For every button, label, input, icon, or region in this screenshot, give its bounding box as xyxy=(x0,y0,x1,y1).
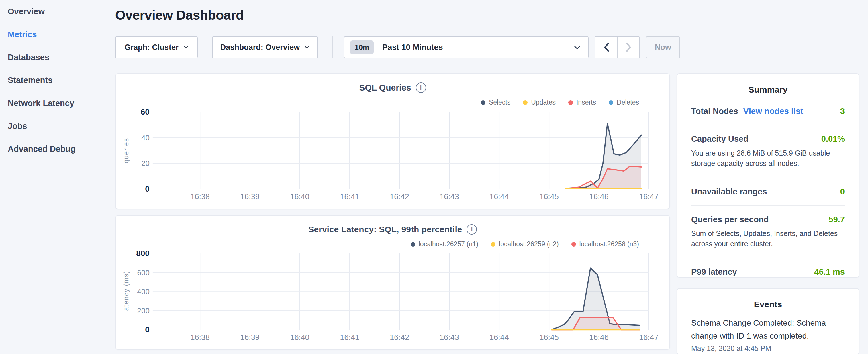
sidebar-item-overview[interactable]: Overview xyxy=(0,0,115,23)
svg-text:16:39: 16:39 xyxy=(240,192,259,201)
summary-row-label: Capacity Used xyxy=(691,134,748,144)
legend-dot-icon xyxy=(571,242,576,247)
time-range-badge: 10m xyxy=(350,40,374,55)
chevron-left-icon xyxy=(603,42,610,52)
svg-text:0: 0 xyxy=(145,325,150,334)
svg-text:16:43: 16:43 xyxy=(440,192,459,201)
svg-text:600: 600 xyxy=(137,269,150,277)
legend-dot-icon xyxy=(481,100,486,105)
summary-row-total-nodes: Total Nodes View nodes list 3 xyxy=(691,95,845,125)
svg-text:16:38: 16:38 xyxy=(190,333,210,342)
sidebar-item-network-latency[interactable]: Network Latency xyxy=(0,92,115,115)
legend-dot-icon xyxy=(523,100,528,105)
svg-text:16:44: 16:44 xyxy=(490,333,509,342)
page-title: Overview Dashboard xyxy=(115,7,860,23)
sidebar-item-databases[interactable]: Databases xyxy=(0,46,115,69)
svg-text:16:44: 16:44 xyxy=(490,192,509,201)
time-range-dropdown[interactable]: 10m Past 10 Minutes xyxy=(344,36,589,58)
svg-text:16:42: 16:42 xyxy=(390,192,409,201)
chart-title-text: SQL Queries xyxy=(359,83,411,93)
summary-row-label: Queries per second xyxy=(691,215,769,224)
summary-row-value: 0 xyxy=(840,187,845,196)
sidebar-item-metrics[interactable]: Metrics xyxy=(0,23,115,46)
legend-label: Deletes xyxy=(617,99,639,106)
svg-text:16:42: 16:42 xyxy=(390,333,409,342)
summary-row-queries-per-second: Queries per second 59.7 Sum of Selects, … xyxy=(691,206,845,259)
svg-text:800: 800 xyxy=(136,249,150,258)
legend-dot-icon xyxy=(411,242,415,247)
svg-text:16:43: 16:43 xyxy=(440,333,459,342)
legend-label: Updates xyxy=(531,99,556,106)
summary-row-unavailable-ranges: Unavailable ranges 0 xyxy=(691,178,845,206)
legend-item[interactable]: Deletes xyxy=(609,99,639,106)
graph-scope-label: Graph: Cluster xyxy=(124,43,179,52)
svg-text:400: 400 xyxy=(137,288,150,296)
legend-label: localhost:26259 (n2) xyxy=(499,240,559,248)
chart-title: SQL Queries i xyxy=(116,83,670,93)
summary-row-value: 46.1 ms xyxy=(814,267,845,277)
prev-time-button[interactable] xyxy=(595,37,617,58)
summary-row-label: P99 latency xyxy=(691,267,737,277)
chart-plot: 16:3816:3916:4016:4116:4216:4316:4416:45… xyxy=(116,74,670,208)
events-title: Events xyxy=(691,289,845,309)
svg-text:16:47: 16:47 xyxy=(639,333,658,342)
service-latency-chart-card: Service Latency: SQL, 99th percentile i … xyxy=(115,215,670,350)
legend-item[interactable]: localhost:26259 (n2) xyxy=(491,240,559,248)
legend-label: localhost:26257 (n1) xyxy=(419,240,478,248)
time-range-label: Past 10 Minutes xyxy=(382,43,443,52)
sidebar-item-jobs[interactable]: Jobs xyxy=(0,115,115,137)
sidebar-item-statements[interactable]: Statements xyxy=(0,69,115,92)
summary-title: Summary xyxy=(691,74,845,95)
event-item-timestamp: May 13, 2020 at 4:45 PM xyxy=(691,344,845,353)
now-button[interactable]: Now xyxy=(646,36,680,58)
summary-row-label: Total Nodes xyxy=(691,106,738,116)
chevron-right-icon xyxy=(626,42,632,52)
legend-dot-icon xyxy=(609,100,613,105)
content-row: SQL Queries i SelectsUpdatesInsertsDelet… xyxy=(115,73,860,354)
legend-item[interactable]: localhost:26258 (n3) xyxy=(571,240,639,248)
summary-row-subtext: You are using 28.6 MiB of 515.9 GiB usab… xyxy=(691,148,845,169)
svg-text:latency (ms): latency (ms) xyxy=(122,271,130,313)
svg-text:16:41: 16:41 xyxy=(340,333,359,342)
event-item-text: Schema Change Completed: Schema change w… xyxy=(691,317,845,343)
dashboard-controls: Graph: Cluster Dashboard: Overview 10m P… xyxy=(115,36,860,58)
legend-item[interactable]: localhost:26257 (n1) xyxy=(411,240,478,248)
legend-item[interactable]: Selects xyxy=(481,99,510,106)
legend-label: localhost:26258 (n3) xyxy=(580,240,639,248)
time-step-buttons xyxy=(595,36,640,58)
dashboard-label: Dashboard: Overview xyxy=(220,43,300,52)
svg-text:queries: queries xyxy=(122,138,130,163)
graph-scope-dropdown[interactable]: Graph: Cluster xyxy=(115,36,198,58)
summary-row-label: Unavailable ranges xyxy=(691,187,767,196)
chevron-down-icon xyxy=(304,45,309,49)
info-icon[interactable]: i xyxy=(467,224,477,234)
svg-text:16:46: 16:46 xyxy=(589,192,608,201)
svg-text:16:47: 16:47 xyxy=(639,192,658,201)
legend-item[interactable]: Updates xyxy=(523,99,556,106)
svg-text:16:45: 16:45 xyxy=(539,333,559,342)
summary-row-value: 59.7 xyxy=(829,215,845,224)
next-time-button[interactable] xyxy=(617,37,639,58)
main-content: Overview Dashboard Graph: Cluster Dashbo… xyxy=(115,0,868,354)
svg-text:20: 20 xyxy=(141,159,150,167)
right-column: Summary Total Nodes View nodes list 3 Ca… xyxy=(677,73,859,354)
svg-text:16:41: 16:41 xyxy=(340,192,359,201)
summary-row-subtext: Sum of Selects, Updates, Inserts, and De… xyxy=(691,228,845,249)
charts-column: SQL Queries i SelectsUpdatesInsertsDelet… xyxy=(115,73,670,354)
chart-legend: localhost:26257 (n1)localhost:26259 (n2)… xyxy=(411,240,639,248)
info-icon[interactable]: i xyxy=(416,83,426,93)
chart-title-text: Service Latency: SQL, 99th percentile xyxy=(308,225,462,234)
sidebar-item-advanced-debug[interactable]: Advanced Debug xyxy=(0,137,115,160)
controls-divider xyxy=(333,36,333,58)
svg-text:200: 200 xyxy=(137,307,150,315)
summary-row-capacity-used: Capacity Used 0.01% You are using 28.6 M… xyxy=(691,125,845,178)
legend-item[interactable]: Inserts xyxy=(568,99,596,106)
sidebar-nav: Overview Metrics Databases Statements Ne… xyxy=(0,0,115,354)
dashboard-dropdown[interactable]: Dashboard: Overview xyxy=(212,36,318,58)
chevron-down-icon xyxy=(574,45,581,50)
summary-panel: Summary Total Nodes View nodes list 3 Ca… xyxy=(677,73,859,278)
chart-title: Service Latency: SQL, 99th percentile i xyxy=(116,224,670,234)
app-window: Overview Metrics Databases Statements Ne… xyxy=(0,0,868,354)
legend-dot-icon xyxy=(491,242,495,247)
view-nodes-list-link[interactable]: View nodes list xyxy=(743,106,803,116)
